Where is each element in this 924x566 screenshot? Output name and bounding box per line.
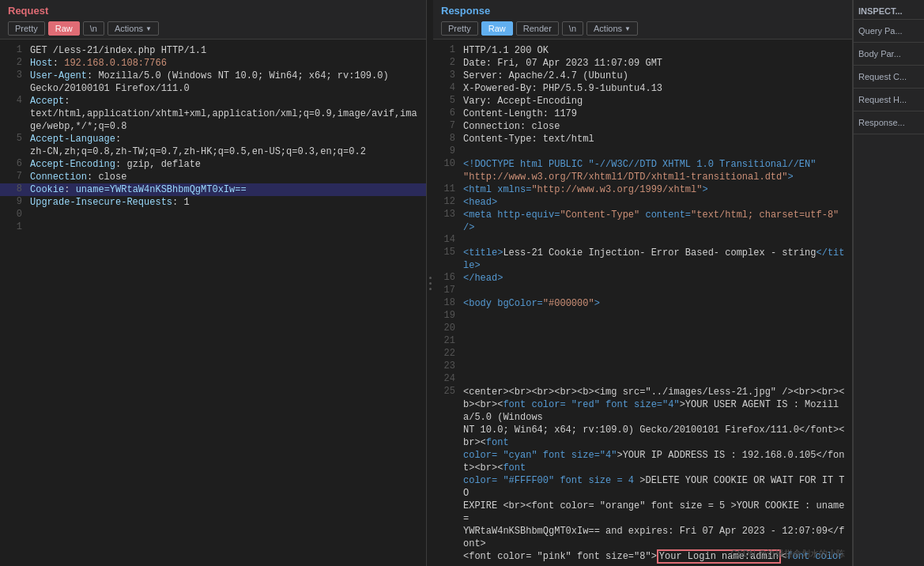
line-number: 25	[439, 386, 455, 566]
request-line: 5Accept-Language: zh-CN,zh;q=0.8,zh-TW;q…	[0, 133, 426, 158]
response-line: 10<!DOCTYPE html PUBLIC "-//W3C//DTD XHT…	[433, 158, 852, 183]
line-number: 20	[439, 323, 455, 335]
response-header: Response Pretty Raw Render \n Actions	[433, 0, 852, 40]
request-code-area[interactable]: 1GET /Less-21/index.php HTTP/1.12Host: 1…	[0, 40, 426, 566]
line-content: <center><br><br><br><b><img src="../imag…	[463, 386, 846, 566]
response-line: 18<body bgColor="#000000">	[433, 297, 852, 310]
line-number: 12	[439, 196, 455, 209]
line-number: 18	[439, 297, 455, 310]
line-content: Content-Type: text/html	[463, 133, 846, 145]
line-content: X-Powered-By: PHP/5.5.9-1ubuntu4.13	[463, 82, 846, 95]
line-number: 15	[439, 247, 455, 272]
response-line: 9	[433, 145, 852, 158]
response-line: 20	[433, 323, 852, 335]
inspector-item[interactable]: Query Pa...	[854, 20, 924, 43]
response-title: Response	[441, 5, 844, 17]
line-content: Accept: text/html,application/xhtml+xml,…	[30, 95, 420, 133]
line-content: User-Agent: Mozilla/5.0 (Windows NT 10.0…	[30, 70, 420, 95]
line-content	[463, 234, 846, 247]
line-content	[30, 209, 420, 221]
response-line: 16</head>	[433, 272, 852, 285]
request-tab-pretty[interactable]: Pretty	[8, 21, 45, 36]
line-number: 8	[439, 133, 455, 145]
response-toolbar: Pretty Raw Render \n Actions	[441, 21, 844, 39]
response-line: 17	[433, 285, 852, 297]
request-line: 9Upgrade-Insecure-Requests: 1	[0, 196, 426, 209]
response-line: 24	[433, 373, 852, 386]
line-number: 0	[6, 209, 22, 221]
line-content: Vary: Accept-Encoding	[463, 95, 846, 108]
response-line: 11<html xmlns="http://www.w3.org/1999/xh…	[433, 183, 852, 196]
line-number: 3	[439, 70, 455, 82]
response-line: 13<meta http-equiv="Content-Type" conten…	[433, 209, 852, 234]
request-panel: Request Pretty Raw \n Actions 1GET /Less…	[0, 0, 427, 566]
response-line: 7Connection: close	[433, 120, 852, 133]
line-content	[463, 323, 846, 335]
line-content: <title>Less-21 Cookie Injection- Error B…	[463, 247, 846, 272]
response-line: 4X-Powered-By: PHP/5.5.9-1ubuntu4.13	[433, 82, 852, 95]
response-tab-newline[interactable]: \n	[562, 21, 583, 36]
response-line: 8Content-Type: text/html	[433, 133, 852, 145]
line-content: Cookie: uname=YWRtaW4nKSBhbmQgMT0xIw==	[30, 183, 420, 196]
request-line: 1	[0, 221, 426, 234]
inspector-panel: INSPECT... Query Pa...Body Par...Request…	[853, 0, 924, 566]
line-number: 9	[6, 196, 22, 209]
line-content: <body bgColor="#000000">	[463, 297, 846, 310]
response-line: 25<center><br><br><br><b><img src="../im…	[433, 386, 852, 566]
request-tab-newline[interactable]: \n	[83, 21, 104, 36]
response-line: 23	[433, 360, 852, 373]
line-number: 19	[439, 310, 455, 323]
line-number: 22	[439, 348, 455, 360]
line-content	[463, 348, 846, 360]
line-content: </head>	[463, 272, 846, 285]
inspector-item[interactable]: Body Par...	[854, 43, 924, 66]
line-number: 16	[439, 272, 455, 285]
line-number: 6	[6, 158, 22, 171]
response-line: 2Date: Fri, 07 Apr 2023 11:07:09 GMT	[433, 57, 852, 70]
line-number: 23	[439, 360, 455, 373]
line-content: Accept-Encoding: gzip, deflate	[30, 158, 420, 171]
response-line: 15<title>Less-21 Cookie Injection- Error…	[433, 247, 852, 272]
line-number: 8	[6, 183, 22, 196]
line-number: 21	[439, 335, 455, 348]
response-code-area[interactable]: 1HTTP/1.1 200 OK2Date: Fri, 07 Apr 2023 …	[433, 40, 852, 566]
line-number: 7	[6, 171, 22, 183]
line-number: 1	[6, 221, 22, 234]
request-title: Request	[8, 5, 418, 17]
request-toolbar: Pretty Raw \n Actions	[8, 21, 418, 39]
response-line: 3Server: Apache/2.4.7 (Ubuntu)	[433, 70, 852, 82]
request-line: 7Connection: close	[0, 171, 426, 183]
line-number: 5	[439, 95, 455, 108]
response-tab-render[interactable]: Render	[516, 21, 559, 36]
line-number: 14	[439, 234, 455, 247]
line-number: 2	[439, 57, 455, 70]
line-content: <html xmlns="http://www.w3.org/1999/xhtm…	[463, 183, 846, 196]
request-tab-raw[interactable]: Raw	[48, 21, 80, 36]
response-line: 1HTTP/1.1 200 OK	[433, 44, 852, 57]
request-line: 6Accept-Encoding: gzip, deflate	[0, 158, 426, 171]
inspector-item[interactable]: Request H...	[854, 89, 924, 111]
line-content: Upgrade-Insecure-Requests: 1	[30, 196, 420, 209]
inspector-item[interactable]: Request C...	[854, 66, 924, 89]
request-actions-button[interactable]: Actions	[107, 21, 159, 36]
line-content: Content-Length: 1179	[463, 108, 846, 120]
response-line: 12<head>	[433, 196, 852, 209]
line-number: 10	[439, 158, 455, 183]
request-line: 8Cookie: uname=YWRtaW4nKSBhbmQgMT0xIw==	[0, 183, 426, 196]
line-content: <meta http-equiv="Content-Type" content=…	[463, 209, 846, 234]
line-content: Date: Fri, 07 Apr 2023 11:07:09 GMT	[463, 57, 846, 70]
line-number: 4	[439, 82, 455, 95]
line-content	[463, 310, 846, 323]
response-actions-button[interactable]: Actions	[586, 21, 638, 36]
line-number: 17	[439, 285, 455, 297]
line-number: 4	[6, 95, 22, 133]
response-line: 19	[433, 310, 852, 323]
response-tab-pretty[interactable]: Pretty	[441, 21, 478, 36]
line-content	[463, 360, 846, 373]
line-content	[463, 285, 846, 297]
inspector-item[interactable]: Response...	[854, 111, 924, 134]
panel-drag-handle[interactable]	[427, 0, 433, 566]
response-tab-raw[interactable]: Raw	[481, 21, 513, 36]
line-number: 5	[6, 133, 22, 158]
request-line: 1GET /Less-21/index.php HTTP/1.1	[0, 44, 426, 57]
